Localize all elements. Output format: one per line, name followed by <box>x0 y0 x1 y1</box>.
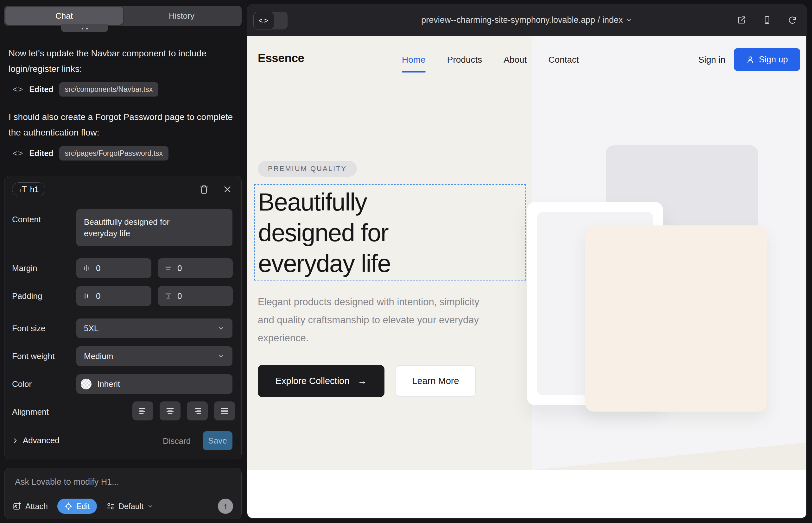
align-justify-button[interactable] <box>214 401 235 420</box>
element-tag-badge: тT h1 <box>12 182 45 196</box>
margin-vertical-icon <box>164 264 172 272</box>
selected-h1-outline[interactable]: Beautifully designed for everyday life <box>254 184 526 281</box>
align-justify-icon <box>220 406 229 416</box>
close-panel-button[interactable] <box>222 184 233 195</box>
default-mode-button[interactable]: Default <box>106 502 154 511</box>
alignment-label: Alignment <box>12 407 49 417</box>
padding-y-input[interactable]: 0 <box>158 286 233 306</box>
arrow-right-icon: → <box>357 376 367 386</box>
preview-path: / index <box>598 15 623 25</box>
url-bar[interactable]: preview--charming-site-symphony.lovable.… <box>247 4 807 36</box>
attach-button[interactable]: Attach <box>13 502 48 511</box>
sign-up-label: Sign up <box>759 55 788 65</box>
file-chip[interactable]: src/components/Navbar.tsx <box>59 82 158 96</box>
padding-x-input[interactable]: 0 <box>76 286 152 306</box>
refresh-icon <box>788 15 797 25</box>
open-external-button[interactable] <box>736 14 747 26</box>
margin-label: Margin <box>12 264 37 273</box>
padding-vertical-icon <box>164 292 172 300</box>
hero-cta-row: Explore Collection → Learn More <box>258 365 476 397</box>
font-size-label: Font size <box>12 324 46 333</box>
nav-link-products[interactable]: Products <box>447 55 482 65</box>
font-weight-label: Font weight <box>12 351 54 361</box>
chat-composer: Ask Lovable to modify H1... Attach Edit <box>4 468 242 519</box>
margin-x-input[interactable]: 0 <box>76 258 152 278</box>
content-value: Beautifully designed for everyday life <box>84 216 193 239</box>
composer-toolbar: Attach Edit Default <box>13 499 233 514</box>
nav-link-contact[interactable]: Contact <box>548 55 579 65</box>
delete-element-button[interactable] <box>198 184 210 195</box>
screen: Chat History Now let's update the Navbar… <box>0 0 812 523</box>
edit-mode-button[interactable]: Edit <box>57 499 97 514</box>
font-size-value: 5XL <box>84 324 99 333</box>
tab-history[interactable]: History <box>123 7 240 25</box>
align-center-icon <box>165 406 175 416</box>
send-button[interactable]: ↑ <box>218 499 233 514</box>
font-weight-select[interactable]: Medium <box>76 346 232 366</box>
align-right-button[interactable] <box>187 401 208 420</box>
typography-icon: тT <box>19 184 27 194</box>
padding-x-value: 0 <box>96 291 100 301</box>
hero-image-cream-card <box>585 226 767 412</box>
sign-in-link[interactable]: Sign in <box>698 55 726 65</box>
refresh-button[interactable] <box>787 14 798 26</box>
content-input[interactable]: Beautifully designed for everyday life <box>76 209 232 246</box>
padding-label: Padding <box>12 291 42 301</box>
arrow-up-icon: ↑ <box>223 501 228 511</box>
discard-button[interactable]: Discard <box>163 436 191 446</box>
edited-file-row: <> Edited src/pages/ForgotPassword.tsx <box>13 145 169 161</box>
default-label: Default <box>119 502 143 511</box>
learn-more-button[interactable]: Learn More <box>395 365 476 397</box>
align-center-button[interactable] <box>160 401 180 420</box>
element-editor-panel: тT h1 Content Beautifully designed for e… <box>4 176 242 459</box>
site-viewport: Essence Home Products About Contact Sign… <box>247 36 806 518</box>
margin-y-input[interactable]: 0 <box>158 258 233 278</box>
nav-link-home[interactable]: Home <box>402 55 426 65</box>
color-select[interactable]: Inherit <box>76 374 232 394</box>
align-right-icon <box>193 406 202 416</box>
browser-header: <> preview--charming-site-symphony.lovab… <box>247 4 807 36</box>
mobile-view-button[interactable] <box>761 14 773 26</box>
advanced-toggle[interactable]: Advanced <box>12 436 59 446</box>
edit-label: Edit <box>76 502 90 511</box>
padding-y-value: 0 <box>177 291 182 301</box>
settings-icon <box>106 502 114 510</box>
scrolled-chip <box>61 24 108 32</box>
site-logo[interactable]: Essence <box>258 52 304 65</box>
hero-heading[interactable]: Beautifully designed for everyday life <box>258 187 390 279</box>
font-weight-value: Medium <box>84 351 113 361</box>
user-icon <box>746 55 754 64</box>
attach-label: Attach <box>25 502 48 511</box>
external-link-icon <box>737 15 746 25</box>
save-button[interactable]: Save <box>203 431 232 450</box>
padding-horizontal-icon <box>83 292 91 300</box>
align-left-icon <box>138 406 147 416</box>
color-value: Inherit <box>97 379 120 389</box>
content-label: Content <box>12 215 41 224</box>
sign-up-button[interactable]: Sign up <box>734 48 800 71</box>
chevron-down-icon <box>217 353 225 360</box>
chat-sidebar: Chat History Now let's update the Navbar… <box>0 0 247 523</box>
edited-label: Edited <box>29 85 53 94</box>
chat-message: Now let's update the Navbar component to… <box>8 46 236 77</box>
browser-actions <box>736 4 798 36</box>
tab-chat[interactable]: Chat <box>5 7 123 25</box>
margin-horizontal-icon <box>83 264 91 272</box>
chat-history-tabbar: Chat History <box>4 6 242 26</box>
composer-input[interactable]: Ask Lovable to modify H1... <box>15 477 119 487</box>
preview-url: preview--charming-site-symphony.lovable.… <box>421 15 595 25</box>
margin-x-value: 0 <box>96 264 100 273</box>
explore-collection-button[interactable]: Explore Collection → <box>258 365 385 397</box>
font-size-select[interactable]: 5XL <box>76 319 232 338</box>
chevron-down-icon <box>217 325 225 332</box>
chevron-down-icon <box>625 16 632 23</box>
target-icon <box>64 502 72 510</box>
mobile-icon <box>763 15 772 25</box>
align-left-button[interactable] <box>133 401 153 420</box>
chevron-down-icon <box>147 503 154 509</box>
alignment-group <box>133 401 235 420</box>
color-label: Color <box>12 379 32 389</box>
premium-quality-badge: PREMIUM QUALITY <box>258 161 357 177</box>
nav-link-about[interactable]: About <box>504 55 527 65</box>
file-chip[interactable]: src/pages/ForgotPassword.tsx <box>59 146 169 161</box>
